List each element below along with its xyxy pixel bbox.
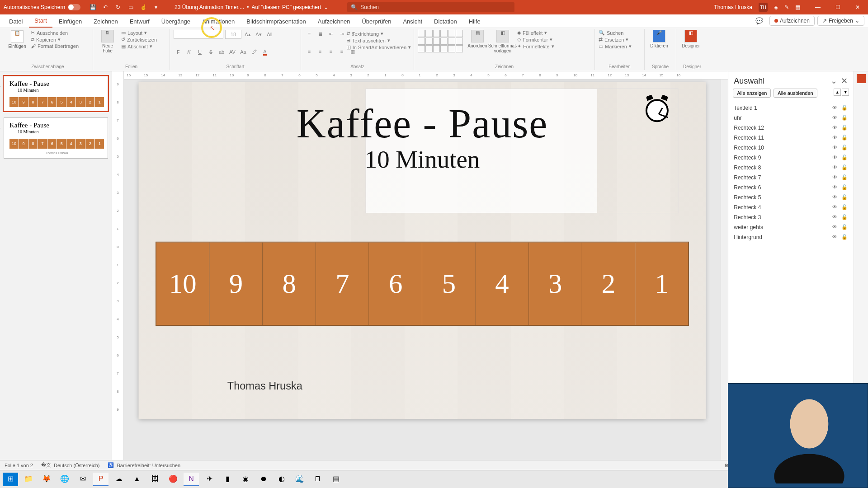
shape-effects-button[interactable]: ✦ Formeffekte ▾ bbox=[517, 43, 554, 49]
lock-toggle-icon[interactable]: 🔓 bbox=[841, 115, 848, 121]
visibility-toggle-icon[interactable]: 👁 bbox=[831, 234, 838, 240]
taskbar-notepad[interactable]: 🗒 bbox=[310, 473, 326, 486]
close-button[interactable]: ✕ bbox=[851, 4, 864, 10]
taskbar-onenote[interactable]: N bbox=[184, 473, 199, 486]
align-text-button[interactable]: ⊟ Text ausrichten ▾ bbox=[346, 38, 411, 43]
taskbar-app-1[interactable]: 🔴 bbox=[165, 473, 181, 486]
visibility-toggle-icon[interactable]: 👁 bbox=[831, 145, 838, 151]
canvas[interactable]: Kaffee - Pause 10 Minuten 10 9 8 7 6 5 4… bbox=[124, 71, 721, 460]
visibility-toggle-icon[interactable]: 👁 bbox=[831, 115, 838, 121]
underline-icon[interactable]: U bbox=[195, 48, 204, 56]
taskbar-firefox[interactable]: 🦊 bbox=[39, 473, 54, 486]
lock-toggle-icon[interactable]: 🔓 bbox=[841, 224, 848, 230]
visibility-toggle-icon[interactable]: 👁 bbox=[831, 224, 838, 230]
maximize-button[interactable]: ☐ bbox=[831, 4, 844, 10]
user-name[interactable]: Thomas Hruska bbox=[714, 4, 752, 10]
selection-item[interactable]: Rechteck 8👁🔓 bbox=[733, 163, 849, 173]
visibility-toggle-icon[interactable]: 👁 bbox=[831, 174, 838, 181]
visibility-toggle-icon[interactable]: 👁 bbox=[831, 184, 838, 191]
slide-thumbnails[interactable]: 1 ★ Kaffee - Pause 10 Minuten 1098765432… bbox=[0, 71, 112, 460]
tab-datei[interactable]: Datei bbox=[4, 15, 28, 28]
char-spacing-icon[interactable]: AV bbox=[228, 48, 237, 56]
timer-cell[interactable]: 7 bbox=[316, 243, 369, 325]
timer-cell[interactable]: 1 bbox=[636, 243, 689, 325]
start-button[interactable]: ⊞ bbox=[3, 473, 18, 486]
user-avatar[interactable]: TH bbox=[759, 3, 768, 12]
taskbar-whiteboard[interactable]: ☁ bbox=[111, 473, 127, 486]
taskbar-vlc[interactable]: ▲ bbox=[129, 473, 145, 486]
author-text[interactable]: Thomas Hruska bbox=[227, 380, 302, 392]
select-button[interactable]: ▭ Markieren ▾ bbox=[599, 43, 641, 49]
lock-toggle-icon[interactable]: 🔓 bbox=[841, 174, 848, 181]
align-right-icon[interactable]: ≡ bbox=[326, 47, 335, 56]
slide-canvas[interactable]: Kaffee - Pause 10 Minuten 10 9 8 7 6 5 4… bbox=[139, 82, 706, 419]
selection-item[interactable]: weiter gehts👁🔓 bbox=[733, 222, 849, 232]
tab-zeichnen[interactable]: Zeichnen bbox=[88, 15, 123, 28]
highlight-icon[interactable]: 🖍 bbox=[250, 48, 259, 56]
italic-icon[interactable]: K bbox=[184, 48, 193, 56]
document-title[interactable]: 23 Übung Animation Timer.... • Auf "dies… bbox=[175, 4, 328, 10]
lock-toggle-icon[interactable]: 🔓 bbox=[841, 145, 848, 151]
visibility-toggle-icon[interactable]: 👁 bbox=[831, 155, 838, 161]
clear-format-icon[interactable]: Aͯ bbox=[265, 30, 274, 38]
pane-close-icon[interactable]: ✕ bbox=[840, 76, 848, 86]
bold-icon[interactable]: F bbox=[174, 48, 183, 56]
lock-toggle-icon[interactable]: 🔓 bbox=[841, 234, 848, 240]
taskbar-outlook[interactable]: ✉ bbox=[75, 473, 90, 486]
designer-button[interactable]: ◧Designer bbox=[680, 30, 702, 48]
search-input[interactable]: 🔍 Suchen bbox=[347, 2, 514, 12]
visibility-toggle-icon[interactable]: 👁 bbox=[831, 135, 838, 141]
taskbar-obs[interactable]: ◉ bbox=[238, 473, 253, 486]
selection-item[interactable]: Textfeld 1👁🔓 bbox=[733, 103, 849, 113]
indent-inc-icon[interactable]: ⇥ bbox=[337, 30, 346, 38]
minimize-button[interactable]: — bbox=[811, 4, 825, 10]
tab-uebergaenge[interactable]: Übergänge bbox=[156, 15, 196, 28]
undo-icon[interactable]: ↶ bbox=[101, 3, 109, 11]
lock-toggle-icon[interactable]: 🔓 bbox=[841, 135, 848, 141]
selection-item[interactable]: Rechteck 6👁🔓 bbox=[733, 183, 849, 192]
copy-button[interactable]: ⧉ Kopieren ▾ bbox=[31, 37, 79, 42]
taskbar-chrome[interactable]: 🌐 bbox=[57, 473, 72, 486]
timer-bar[interactable]: 10 9 8 7 6 5 4 3 2 1 bbox=[156, 242, 689, 326]
timer-cell[interactable]: 9 bbox=[210, 243, 263, 325]
smartart-button[interactable]: ◫ In SmartArt konvertieren ▾ bbox=[346, 44, 411, 50]
taskbar-app-3[interactable]: ◐ bbox=[274, 473, 289, 486]
window-layout-icon[interactable]: ▦ bbox=[795, 4, 800, 10]
draw-icon[interactable]: ✎ bbox=[784, 4, 789, 10]
arrange-button[interactable]: ▤Anordnen bbox=[467, 30, 488, 48]
selection-item[interactable]: uhr👁🔓 bbox=[733, 113, 849, 123]
selection-item[interactable]: Rechteck 5👁🔓 bbox=[733, 192, 849, 202]
accessibility-status[interactable]: ♿ Barrierefreiheit: Untersuchen bbox=[108, 462, 180, 468]
layout-button[interactable]: ▭ Layout ▾ bbox=[121, 30, 157, 36]
timer-cell[interactable]: 4 bbox=[476, 243, 529, 325]
taskbar-telegram[interactable]: ✈ bbox=[202, 473, 217, 486]
timer-cell[interactable]: 8 bbox=[263, 243, 316, 325]
visibility-toggle-icon[interactable]: 👁 bbox=[831, 125, 838, 131]
lock-toggle-icon[interactable]: 🔓 bbox=[841, 125, 848, 131]
visibility-toggle-icon[interactable]: 👁 bbox=[831, 105, 838, 111]
timer-cell[interactable]: 5 bbox=[423, 243, 476, 325]
tab-aufzeichnen[interactable]: Aufzeichnen bbox=[312, 15, 356, 28]
shape-outline-button[interactable]: ◇ Formkontur ▾ bbox=[517, 37, 554, 42]
font-family-combo[interactable] bbox=[174, 30, 223, 39]
tab-ansicht[interactable]: Ansicht bbox=[397, 15, 428, 28]
taskbar-edge[interactable]: 🌊 bbox=[292, 473, 307, 486]
timer-cell[interactable]: 3 bbox=[529, 243, 582, 325]
selection-item[interactable]: Rechteck 4👁🔓 bbox=[733, 202, 849, 212]
format-painter-button[interactable]: 🖌 Format übertragen bbox=[31, 43, 79, 49]
section-button[interactable]: ▤ Abschnitt ▾ bbox=[121, 43, 157, 49]
selection-item[interactable]: Rechteck 11👁🔓 bbox=[733, 133, 849, 143]
tab-einfuegen[interactable]: Einfügen bbox=[53, 15, 87, 28]
cut-button[interactable]: ✂ Ausschneiden bbox=[31, 30, 79, 36]
font-color-icon[interactable]: A bbox=[260, 48, 269, 56]
coming-soon-icon[interactable]: ◈ bbox=[774, 4, 778, 10]
case-icon[interactable]: Aa bbox=[239, 48, 248, 56]
move-up-icon[interactable]: ▲ bbox=[834, 89, 841, 96]
hide-all-button[interactable]: Alle ausblenden bbox=[774, 89, 817, 98]
share-button[interactable]: ↗Freigeben⌄ bbox=[817, 16, 864, 26]
timer-cell[interactable]: 10 bbox=[156, 243, 210, 325]
taskbar-powerpoint[interactable]: P bbox=[93, 473, 108, 486]
shapes-gallery[interactable] bbox=[418, 30, 463, 52]
tab-animationen[interactable]: Animationen bbox=[197, 15, 240, 28]
decrease-font-icon[interactable]: A▾ bbox=[254, 30, 263, 38]
